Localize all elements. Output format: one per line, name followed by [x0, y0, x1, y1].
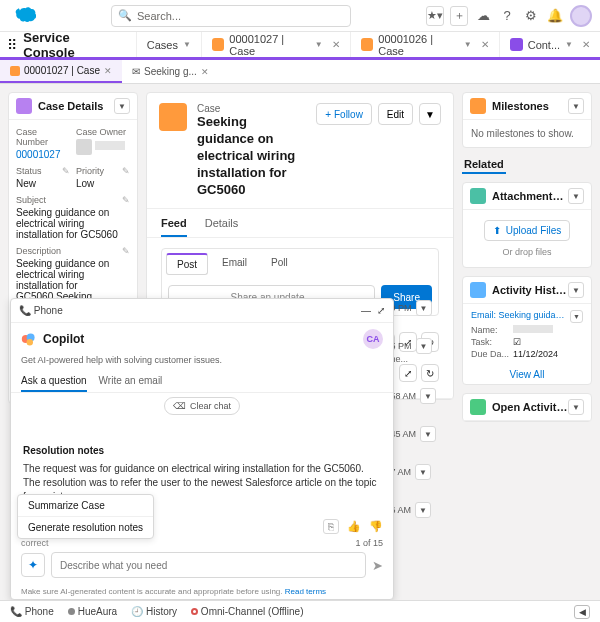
- suggestion-resolution[interactable]: Generate resolution notes: [18, 517, 153, 538]
- setup-gear-icon[interactable]: ⚙: [522, 7, 540, 25]
- favorites-button[interactable]: ★▾: [426, 6, 444, 26]
- attachments-card: Attachments (0)▼ ⬆Upload Files Or drop f…: [462, 182, 592, 268]
- ai-disclaimer: Make sure AI-generated content is accura…: [11, 584, 393, 599]
- close-icon[interactable]: ✕: [481, 39, 489, 50]
- help-icon[interactable]: ?: [498, 7, 516, 25]
- thumbs-down-icon[interactable]: 👎: [369, 520, 383, 533]
- edit-pencil-icon[interactable]: [122, 246, 130, 256]
- open-activities-card: Open Activities (0)▼: [462, 393, 592, 422]
- upload-files-button[interactable]: ⬆Upload Files: [484, 220, 571, 241]
- row-menu-button[interactable]: ▼: [415, 464, 431, 480]
- chevron-down-icon: ▼: [464, 40, 472, 49]
- case-number-link[interactable]: 00001027: [16, 149, 61, 160]
- card-menu-button[interactable]: ▼: [568, 399, 584, 415]
- send-icon[interactable]: ➤: [372, 558, 383, 573]
- subject-value: Seeking guidance on electrical wiring in…: [16, 207, 130, 240]
- utility-collapse-button[interactable]: ◀: [574, 605, 590, 619]
- close-icon[interactable]: ✕: [201, 67, 209, 77]
- right-column: Milestones▼ No milestones to show. Relat…: [462, 92, 592, 422]
- copilot-tab-email[interactable]: Write an email: [99, 371, 163, 392]
- notifications-bell-icon[interactable]: 🔔: [546, 7, 564, 25]
- edit-button[interactable]: Edit: [378, 103, 413, 125]
- clear-chat-button[interactable]: ⌫Clear chat: [164, 397, 240, 415]
- row-menu-button[interactable]: ▼: [416, 300, 432, 316]
- chevron-down-icon: ▼: [315, 40, 323, 49]
- card-menu-button[interactable]: ▼: [568, 98, 584, 114]
- broom-icon: ⌫: [173, 401, 186, 411]
- composer-tab-poll[interactable]: Poll: [261, 253, 298, 275]
- utility-bar: 📞 Phone HueAura 🕘 History Omni-Channel (…: [0, 600, 600, 622]
- utility-omni[interactable]: Omni-Channel (Offline): [191, 606, 303, 617]
- composer-tab-post[interactable]: Post: [166, 253, 208, 275]
- related-tab[interactable]: Related: [462, 156, 506, 174]
- subtab-email[interactable]: ✉Seeking g...✕: [122, 60, 219, 83]
- card-menu-button[interactable]: ▼: [568, 188, 584, 204]
- close-icon[interactable]: ✕: [104, 66, 112, 76]
- sparkle-button[interactable]: ✦: [21, 553, 45, 577]
- field-label: Status: [16, 166, 42, 176]
- copilot-input[interactable]: [51, 552, 366, 578]
- row-menu-button[interactable]: ▼: [416, 338, 432, 354]
- copy-button[interactable]: ⎘: [323, 519, 339, 534]
- edit-pencil-icon[interactable]: [62, 166, 70, 176]
- attachments-icon: [470, 188, 486, 204]
- more-actions-button[interactable]: ▼: [419, 103, 441, 125]
- row-menu-button[interactable]: ▼: [420, 426, 436, 442]
- app-launcher-icon[interactable]: ⠿: [0, 37, 23, 53]
- tab-details[interactable]: Details: [205, 217, 239, 237]
- field-label: Subject: [16, 195, 46, 205]
- header-actions: + Follow Edit ▼: [316, 103, 441, 125]
- user-avatar[interactable]: [570, 5, 592, 27]
- card-menu-button[interactable]: ▼: [568, 282, 584, 298]
- utility-history[interactable]: 🕘 History: [131, 606, 177, 617]
- follow-button[interactable]: + Follow: [316, 103, 372, 125]
- card-title: Open Activities (0): [492, 401, 568, 413]
- nav-tab-case-1026[interactable]: 00001026 | Case▼✕: [350, 32, 499, 57]
- minimize-icon[interactable]: —: [361, 305, 371, 316]
- thumbs-up-icon[interactable]: 👍: [347, 520, 361, 533]
- edit-pencil-icon[interactable]: [122, 166, 130, 176]
- copilot-subtitle: Get AI-powered help with solving custome…: [11, 355, 393, 371]
- global-create-button[interactable]: ＋: [450, 6, 468, 26]
- header-actions: ★▾ ＋ ☁ ? ⚙ 🔔: [426, 5, 592, 27]
- open-activities-icon: [470, 399, 486, 415]
- copilot-user-avatar[interactable]: CA: [363, 329, 383, 349]
- row-menu-button[interactable]: ▼: [415, 502, 431, 518]
- details-icon: [16, 98, 32, 114]
- utility-phone[interactable]: 📞 Phone: [10, 606, 54, 617]
- close-icon[interactable]: ✕: [582, 39, 590, 50]
- popout-icon[interactable]: ⤢: [377, 305, 385, 316]
- copilot-panel: 📞 Phone — ⤢ Copilot CA Get AI-powered he…: [10, 298, 394, 600]
- close-icon[interactable]: ✕: [332, 39, 340, 50]
- app-name: Service Console: [23, 30, 135, 60]
- trailhead-icon[interactable]: ☁: [474, 7, 492, 25]
- nav-item-cases[interactable]: Cases▼: [136, 32, 201, 57]
- field-label: Priority: [76, 166, 104, 176]
- status-value: New: [16, 178, 70, 189]
- copilot-utility-bar: 📞 Phone — ⤢: [11, 299, 393, 323]
- tab-feed[interactable]: Feed: [161, 217, 187, 237]
- nav-tab-contact[interactable]: Cont...▼✕: [499, 32, 600, 57]
- activity-link[interactable]: Email: Seeking guidance on ele...: [471, 310, 567, 323]
- priority-value: Low: [76, 178, 130, 189]
- card-header: Case Details ▼: [9, 93, 137, 120]
- composer-tab-email[interactable]: Email: [212, 253, 257, 275]
- chevron-down-icon: ▼: [565, 40, 573, 49]
- field-label: Case Number: [16, 127, 70, 147]
- row-menu-button[interactable]: ▼: [570, 310, 583, 323]
- row-menu-button[interactable]: ▼: [420, 388, 436, 404]
- view-all-link[interactable]: View All: [463, 365, 591, 384]
- nav-tab-case-1027[interactable]: 00001027 | Case▼✕: [201, 32, 350, 57]
- utility-hueaura[interactable]: HueAura: [68, 606, 117, 617]
- global-header: 🔍Search... ★▾ ＋ ☁ ? ⚙ 🔔: [0, 0, 600, 32]
- copilot-tab-ask[interactable]: Ask a question: [21, 371, 87, 392]
- read-terms-link[interactable]: Read terms: [285, 587, 326, 596]
- subtab-case[interactable]: 00001027 | Case✕: [0, 60, 122, 83]
- edit-pencil-icon[interactable]: [122, 195, 130, 205]
- record-type-label: Case: [197, 103, 306, 114]
- field-label: Task:: [471, 337, 513, 347]
- card-menu-button[interactable]: ▼: [114, 98, 130, 114]
- suggestion-summarize[interactable]: Summarize Case: [18, 495, 153, 517]
- copilot-tabs: Ask a question Write an email: [11, 371, 393, 393]
- global-search-input[interactable]: 🔍Search...: [111, 5, 351, 27]
